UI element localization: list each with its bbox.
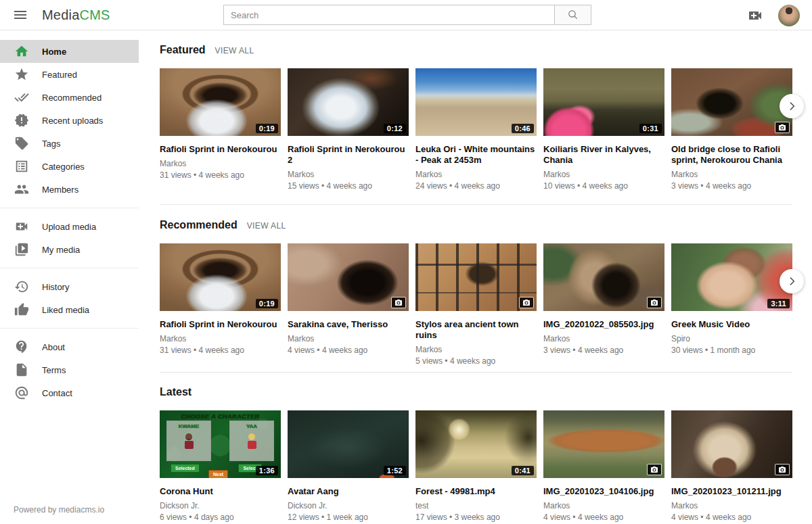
media-thumbnail[interactable] <box>288 243 409 311</box>
media-card[interactable]: Old bridge close to Rafioli sprint, Nero… <box>671 68 792 192</box>
media-thumbnail[interactable]: 3:11 <box>671 243 792 311</box>
sidebar-item-my-media[interactable]: My media <box>0 238 139 261</box>
app-logo[interactable]: MediaCMS <box>42 7 110 23</box>
media-card[interactable]: 3:11 Greek Music Video Spiro 30 views • … <box>671 243 792 360</box>
powered-by-link[interactable]: Powered by mediacms.io <box>0 505 139 524</box>
carousel-next-button[interactable] <box>780 94 804 118</box>
view-all-link[interactable]: VIEW ALL <box>215 46 254 55</box>
media-thumbnail[interactable] <box>671 68 792 136</box>
media-author[interactable]: Markos <box>415 345 537 354</box>
section-title: Latest <box>160 386 191 398</box>
photo-icon <box>391 297 406 308</box>
media-thumbnail[interactable] <box>543 410 664 478</box>
sidebar-item-home[interactable]: Home <box>0 40 139 63</box>
chevron-right-icon <box>785 275 798 288</box>
media-thumbnail[interactable]: 0:41 <box>415 410 537 478</box>
media-card[interactable]: IMG_20201023_101211.jpg Markos 4 views •… <box>671 410 792 522</box>
media-title[interactable]: Forest - 49981.mp4 <box>415 486 537 497</box>
media-author[interactable]: Markos <box>671 170 792 179</box>
media-card[interactable]: 0:12 Rafioli Sprint in Nerokourou 2 Mark… <box>288 68 409 192</box>
media-title[interactable]: Rafioli Sprint in Nerokourou <box>160 319 281 330</box>
media-author[interactable]: Markos <box>415 170 537 179</box>
user-avatar[interactable] <box>778 5 800 26</box>
sidebar-group-info: About Terms Contact <box>0 329 139 411</box>
media-card[interactable]: 0:46 Leuka Ori - White mountains - Peak … <box>415 68 537 192</box>
media-author[interactable]: Markos <box>543 170 664 179</box>
media-thumbnail[interactable]: 0:19 <box>160 243 281 311</box>
media-title[interactable]: Old bridge close to Rafioli sprint, Nero… <box>671 144 792 166</box>
media-thumbnail[interactable]: 1:52 <box>288 410 409 478</box>
sidebar-item-about[interactable]: About <box>0 335 139 358</box>
media-author[interactable]: test <box>415 501 537 510</box>
sidebar-item-tags[interactable]: Tags <box>0 132 139 155</box>
media-author[interactable]: Dickson Jr. <box>160 501 281 510</box>
media-thumbnail[interactable]: 0:19 <box>160 68 281 136</box>
media-title[interactable]: Rafioli Sprint in Nerokourou 2 <box>288 144 409 166</box>
media-card[interactable]: 0:19 Rafioli Sprint in Nerokourou Markos… <box>160 243 281 360</box>
sidebar-item-members[interactable]: Members <box>0 178 139 201</box>
media-title[interactable]: IMG_20201023_104106.jpg <box>543 486 664 497</box>
media-title[interactable]: Sarakina cave, Therisso <box>288 319 409 330</box>
media-author[interactable]: Markos <box>671 501 792 510</box>
media-author[interactable]: Markos <box>288 170 409 179</box>
media-title[interactable]: Corona Hunt <box>160 486 281 497</box>
media-title[interactable]: Avatar Aang <box>288 486 409 497</box>
media-meta: 3 views • 4 weeks ago <box>671 181 792 191</box>
media-title[interactable]: IMG_20201023_101211.jpg <box>671 486 792 497</box>
media-card[interactable]: 0:19 Rafioli Sprint in Nerokourou Markos… <box>160 68 281 192</box>
duration-badge: 0:19 <box>256 124 278 133</box>
media-title[interactable]: Rafioli Sprint in Nerokourou <box>160 144 281 155</box>
video-call-icon <box>14 218 30 235</box>
media-card[interactable]: IMG_20201022_085503.jpg Markos 3 views •… <box>543 243 664 360</box>
sidebar-item-contact[interactable]: Contact <box>0 381 139 404</box>
sidebar-item-recommended[interactable]: Recommended <box>0 86 139 109</box>
media-card[interactable]: IMG_20201023_104106.jpg Markos 4 views •… <box>543 410 664 522</box>
media-meta: 12 views • 1 week ago <box>288 513 409 522</box>
search-button[interactable] <box>554 5 591 25</box>
media-author[interactable]: Markos <box>160 159 281 168</box>
media-card[interactable]: CHOOSE A CHARACTER KWAME YAA Selected Se… <box>160 410 281 522</box>
media-thumbnail[interactable] <box>543 243 664 311</box>
view-all-link[interactable]: VIEW ALL <box>247 221 286 231</box>
media-card[interactable]: 0:41 Forest - 49981.mp4 test 17 views • … <box>415 410 537 522</box>
media-title[interactable]: IMG_20201022_085503.jpg <box>543 319 664 330</box>
sidebar-item-featured[interactable]: Featured <box>0 63 139 86</box>
media-card[interactable]: Sarakina cave, Therisso Markos 4 views •… <box>288 243 409 360</box>
sidebar-item-label: Categories <box>42 162 85 172</box>
media-title[interactable]: Stylos area ancient town ruins <box>415 319 537 341</box>
media-thumbnail[interactable] <box>415 243 537 311</box>
sidebar-item-history[interactable]: History <box>0 275 139 298</box>
media-author[interactable]: Markos <box>288 334 409 343</box>
media-author[interactable]: Markos <box>543 334 664 343</box>
section-latest: Latest CHOOSE A CHARACTER KWAME YAA <box>160 386 792 522</box>
media-author[interactable]: Markos <box>543 501 664 510</box>
sidebar-item-upload-media[interactable]: Upload media <box>0 215 139 238</box>
sidebar-item-recent-uploads[interactable]: Recent uploads <box>0 109 139 132</box>
media-author[interactable]: Markos <box>160 334 281 343</box>
media-author[interactable]: Spiro <box>671 334 792 343</box>
menu-button[interactable] <box>5 0 35 30</box>
media-thumbnail[interactable]: 0:46 <box>415 68 537 136</box>
sidebar-item-liked-media[interactable]: Liked media <box>0 298 139 321</box>
video-call-icon <box>747 7 763 24</box>
sidebar-item-categories[interactable]: Categories <box>0 155 139 178</box>
media-title[interactable]: Koiliaris River in Kalyves, Chania <box>543 144 664 166</box>
upload-media-button[interactable] <box>747 7 763 24</box>
media-card[interactable]: 0:31 Koiliaris River in Kalyves, Chania … <box>543 68 664 192</box>
media-thumbnail[interactable] <box>671 410 792 478</box>
media-thumbnail[interactable]: 0:12 <box>288 68 409 136</box>
photo-icon <box>775 464 790 475</box>
section-title: Recommended <box>160 219 238 231</box>
media-thumbnail[interactable]: 0:31 <box>543 68 664 136</box>
media-card[interactable]: Stylos area ancient town ruins Markos 5 … <box>415 243 537 360</box>
media-title[interactable]: Leuka Ori - White mountains - Peak at 24… <box>415 144 537 166</box>
media-author[interactable]: Dickson Jr. <box>288 501 409 510</box>
media-card[interactable]: 1:52 Avatar Aang Dickson Jr. 12 views • … <box>288 410 409 522</box>
carousel-next-button[interactable] <box>780 269 804 293</box>
media-title[interactable]: Greek Music Video <box>671 319 792 330</box>
sidebar-item-terms[interactable]: Terms <box>0 358 139 381</box>
media-thumbnail[interactable]: CHOOSE A CHARACTER KWAME YAA Selected Se… <box>160 410 281 478</box>
duration-badge: 0:41 <box>512 466 534 475</box>
sidebar: Home Featured Recommended Recent uploads… <box>0 30 139 524</box>
search-input[interactable] <box>223 5 555 25</box>
